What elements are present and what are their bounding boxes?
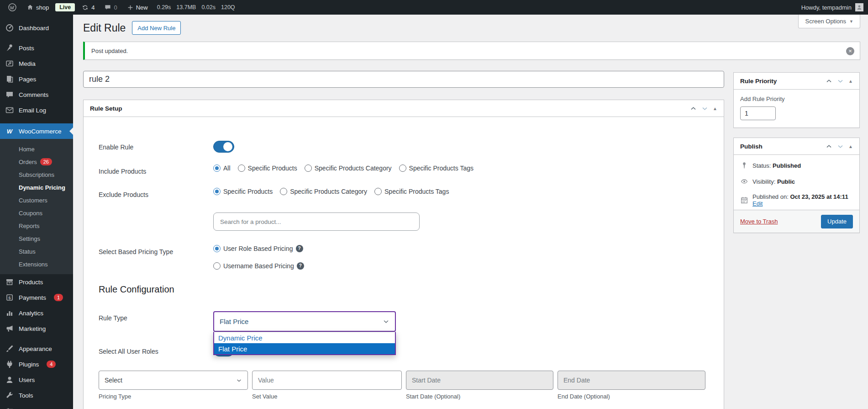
avatar[interactable] <box>855 3 863 11</box>
sidebar-item-pages[interactable]: Pages <box>0 71 73 87</box>
sidebar-item-payments[interactable]: $Payments1 <box>0 290 73 305</box>
submenu-item-status[interactable]: Status <box>0 245 73 258</box>
rule-type-select[interactable]: Flat Price <box>213 311 396 332</box>
live-badge[interactable]: Live <box>55 3 75 11</box>
collapse-toggle-icon[interactable]: ▲ <box>848 144 853 149</box>
sidebar-item-users[interactable]: Users <box>0 372 73 388</box>
move-down-icon[interactable] <box>701 105 708 112</box>
radio-include-all[interactable]: All <box>213 165 231 172</box>
stat-sql-time: 0.02s <box>201 4 216 11</box>
metabox-title: Rule Priority <box>740 78 777 85</box>
site-menu[interactable]: shop <box>23 0 52 15</box>
rule-type-options-panel: Dynamic Price Flat Price <box>213 332 396 355</box>
submenu-item-settings[interactable]: Settings <box>0 232 73 245</box>
end-date-sublabel: End Date (Optional) <box>558 393 705 400</box>
move-down-icon[interactable] <box>837 78 844 85</box>
page-title: Edit Rule <box>83 22 126 34</box>
enable-rule-toggle[interactable] <box>213 141 234 153</box>
submenu-item-coupons[interactable]: Coupons <box>0 207 73 219</box>
move-up-icon[interactable] <box>690 105 697 112</box>
sliders-icon <box>5 406 14 409</box>
submenu-item-orders[interactable]: Orders26 <box>0 155 73 168</box>
option-dynamic-price[interactable]: Dynamic Price <box>214 332 395 343</box>
pricing-type-select[interactable]: Select <box>99 371 248 390</box>
help-icon[interactable]: ? <box>297 262 304 270</box>
sidebar-item-woocommerce[interactable]: WWooCommerce <box>0 123 73 139</box>
sidebar-item-dashboard[interactable]: Dashboard <box>0 20 73 36</box>
screen-options-button[interactable]: Screen Options▼ <box>798 15 860 28</box>
publish-header: Publish ▲ <box>734 138 859 155</box>
edit-date-link[interactable]: Edit <box>752 200 763 207</box>
radio-user-role-pricing[interactable]: User Role Based Pricing? <box>213 245 303 252</box>
sidebar-item-products[interactable]: Products <box>0 274 73 290</box>
status-row: Status: Published <box>740 161 853 170</box>
radio-include-specific-tags[interactable]: Specific Products Tags <box>399 165 473 172</box>
submenu-item-subscriptions[interactable]: Subscriptions <box>0 168 73 181</box>
rule-priority-input[interactable] <box>740 106 776 120</box>
sidebar-item-posts[interactable]: Posts <box>0 40 73 56</box>
start-date-input[interactable] <box>406 371 553 390</box>
comment-bubble-icon <box>104 4 111 11</box>
radio-icon <box>280 188 287 195</box>
move-down-icon[interactable] <box>837 143 844 150</box>
sidebar-label: Pages <box>19 76 36 83</box>
dashboard-icon <box>5 23 14 32</box>
radio-include-specific-category[interactable]: Specific Products Category <box>305 165 392 172</box>
sidebar-item-appearance[interactable]: Appearance <box>0 341 73 356</box>
sidebar-label: Appearance <box>19 345 52 352</box>
submenu-item-dynamic-pricing[interactable]: Dynamic Pricing <box>0 181 73 194</box>
sidebar-label: Plugins <box>19 361 39 368</box>
radio-include-specific-products[interactable]: Specific Products <box>238 165 297 172</box>
brush-icon <box>5 344 14 353</box>
submenu-item-extensions[interactable]: Extensions <box>0 258 73 271</box>
rule-title-input[interactable] <box>83 71 724 88</box>
radio-exclude-specific-products[interactable]: Specific Products <box>213 188 273 195</box>
collapse-toggle-icon[interactable]: ▲ <box>713 106 717 111</box>
status-value: Published <box>773 162 801 169</box>
metabox-title: Publish <box>740 143 763 150</box>
new-content-menu[interactable]: New <box>124 0 151 15</box>
sidebar-item-marketing[interactable]: Marketing <box>0 321 73 336</box>
product-search-input[interactable] <box>213 212 420 231</box>
add-rule-priority-label: Add Rule Priority <box>740 96 785 102</box>
dismiss-notice-icon[interactable]: × <box>846 47 854 55</box>
radio-selected-icon <box>213 188 221 195</box>
submenu-item-customers[interactable]: Customers <box>0 194 73 207</box>
sidebar-label: Products <box>19 279 43 286</box>
radio-exclude-specific-tags[interactable]: Specific Products Tags <box>374 188 449 195</box>
howdy-text[interactable]: Howdy, tempadmin <box>801 4 852 11</box>
updates-menu[interactable]: 4 <box>78 0 98 15</box>
sidebar-item-comments[interactable]: Comments <box>0 87 73 102</box>
visibility-row: Visibility: Public <box>740 177 853 186</box>
submenu-item-reports[interactable]: Reports <box>0 219 73 232</box>
set-value-input[interactable] <box>252 371 402 390</box>
update-button[interactable]: Update <box>821 215 853 228</box>
radio-selected-icon <box>213 245 221 252</box>
help-icon[interactable]: ? <box>296 245 303 252</box>
end-date-input[interactable] <box>558 371 705 390</box>
comments-menu[interactable]: 0 <box>101 0 120 15</box>
wp-logo-menu[interactable] <box>5 0 20 15</box>
move-up-icon[interactable] <box>826 143 832 150</box>
radio-username-pricing[interactable]: Username Based Pricing? <box>213 262 304 270</box>
collapse-toggle-icon[interactable]: ▲ <box>848 79 853 84</box>
add-new-rule-button[interactable]: Add New Rule <box>132 21 181 35</box>
sidebar-item-tools[interactable]: Tools <box>0 388 73 403</box>
sidebar-label: WooCommerce <box>19 128 62 135</box>
sidebar-item-next-partial[interactable] <box>0 403 73 409</box>
pushpin-icon <box>5 43 14 53</box>
option-flat-price[interactable]: Flat Price <box>214 343 395 354</box>
submenu-item-home[interactable]: Home <box>0 143 73 155</box>
post-updated-notice: Post updated. × <box>83 42 860 60</box>
payments-count-badge: 1 <box>54 294 63 301</box>
sidebar-item-analytics[interactable]: Analytics <box>0 305 73 321</box>
sidebar-label: Tools <box>19 392 33 399</box>
sidebar-item-plugins[interactable]: Plugins4 <box>0 356 73 372</box>
move-to-trash-link[interactable]: Move to Trash <box>740 218 778 225</box>
move-up-icon[interactable] <box>826 78 832 85</box>
sidebar-item-email-log[interactable]: Email Log <box>0 102 73 118</box>
sidebar-item-media[interactable]: Media <box>0 56 73 71</box>
admin-bar: shop Live 4 0 New 0.29s 13.7MB 0.02s 120… <box>0 0 868 15</box>
radio-exclude-specific-category[interactable]: Specific Products Category <box>280 188 367 195</box>
publish-metabox: Publish ▲ Status: Published Visibility: … <box>733 138 860 233</box>
